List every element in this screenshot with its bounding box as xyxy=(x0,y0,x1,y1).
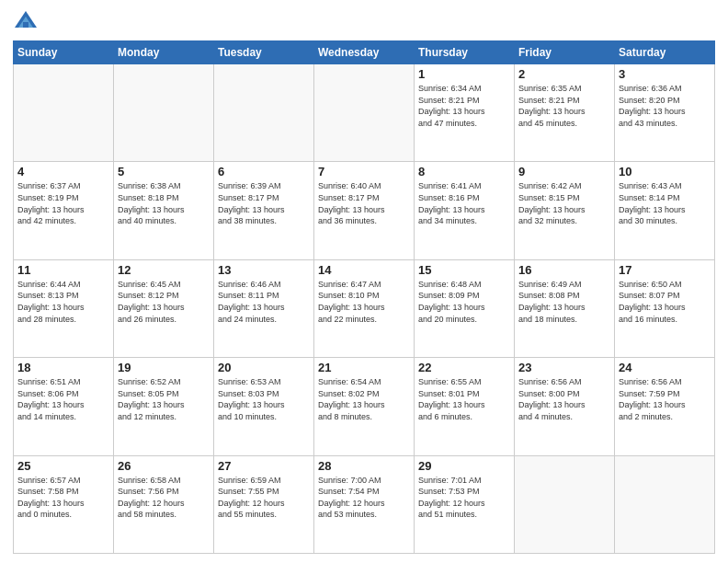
calendar-cell: 20Sunrise: 6:53 AM Sunset: 8:03 PM Dayli… xyxy=(214,358,314,455)
day-number: 19 xyxy=(118,361,210,374)
calendar-table: SundayMondayTuesdayWednesdayThursdayFrid… xyxy=(13,40,715,554)
day-info: Sunrise: 6:50 AM Sunset: 8:07 PM Dayligh… xyxy=(619,279,711,325)
day-info: Sunrise: 7:01 AM Sunset: 7:53 PM Dayligh… xyxy=(418,475,510,521)
day-number: 28 xyxy=(318,459,410,473)
weekday-header-sunday: Sunday xyxy=(14,41,114,64)
day-number: 4 xyxy=(17,165,109,178)
page: SundayMondayTuesdayWednesdayThursdayFrid… xyxy=(0,0,728,563)
day-info: Sunrise: 6:59 AM Sunset: 7:55 PM Dayligh… xyxy=(218,475,310,521)
calendar-cell: 3Sunrise: 6:36 AM Sunset: 8:20 PM Daylig… xyxy=(615,64,715,162)
calendar-cell: 29Sunrise: 7:01 AM Sunset: 7:53 PM Dayli… xyxy=(415,455,515,553)
logo xyxy=(13,9,42,35)
day-info: Sunrise: 6:49 AM Sunset: 8:08 PM Dayligh… xyxy=(518,279,610,325)
day-info: Sunrise: 6:48 AM Sunset: 8:09 PM Dayligh… xyxy=(418,279,510,325)
calendar-cell: 24Sunrise: 6:56 AM Sunset: 7:59 PM Dayli… xyxy=(615,358,715,455)
calendar-cell: 14Sunrise: 6:47 AM Sunset: 8:10 PM Dayli… xyxy=(314,259,415,357)
calendar-cell xyxy=(314,64,415,162)
day-info: Sunrise: 6:36 AM Sunset: 8:20 PM Dayligh… xyxy=(619,83,711,129)
day-info: Sunrise: 6:37 AM Sunset: 8:19 PM Dayligh… xyxy=(17,180,109,226)
calendar-cell: 6Sunrise: 6:39 AM Sunset: 8:17 PM Daylig… xyxy=(214,162,314,259)
week-row-1: 4Sunrise: 6:37 AM Sunset: 8:19 PM Daylig… xyxy=(14,162,715,259)
weekday-header-row: SundayMondayTuesdayWednesdayThursdayFrid… xyxy=(14,41,715,64)
day-number: 7 xyxy=(318,165,410,178)
week-row-0: 1Sunrise: 6:34 AM Sunset: 8:21 PM Daylig… xyxy=(14,64,715,162)
day-number: 23 xyxy=(518,361,610,374)
calendar-cell: 19Sunrise: 6:52 AM Sunset: 8:05 PM Dayli… xyxy=(114,358,214,455)
weekday-header-friday: Friday xyxy=(515,41,615,64)
day-number: 24 xyxy=(619,361,711,374)
day-info: Sunrise: 6:55 AM Sunset: 8:01 PM Dayligh… xyxy=(418,376,510,422)
week-row-4: 25Sunrise: 6:57 AM Sunset: 7:58 PM Dayli… xyxy=(14,455,715,553)
day-info: Sunrise: 6:42 AM Sunset: 8:15 PM Dayligh… xyxy=(518,180,610,226)
day-info: Sunrise: 6:54 AM Sunset: 8:02 PM Dayligh… xyxy=(318,376,410,422)
day-info: Sunrise: 6:38 AM Sunset: 8:18 PM Dayligh… xyxy=(118,180,210,226)
day-info: Sunrise: 6:39 AM Sunset: 8:17 PM Dayligh… xyxy=(218,180,310,226)
day-number: 2 xyxy=(518,67,610,81)
day-number: 17 xyxy=(619,263,711,277)
calendar-cell xyxy=(114,64,214,162)
calendar-cell: 10Sunrise: 6:43 AM Sunset: 8:14 PM Dayli… xyxy=(615,162,715,259)
calendar-cell: 25Sunrise: 6:57 AM Sunset: 7:58 PM Dayli… xyxy=(14,455,114,553)
calendar-cell xyxy=(214,64,314,162)
day-number: 14 xyxy=(318,263,410,277)
day-number: 27 xyxy=(218,459,310,473)
day-info: Sunrise: 6:52 AM Sunset: 8:05 PM Dayligh… xyxy=(118,376,210,422)
day-number: 25 xyxy=(17,459,109,473)
day-number: 12 xyxy=(118,263,210,277)
calendar-cell: 5Sunrise: 6:38 AM Sunset: 8:18 PM Daylig… xyxy=(114,162,214,259)
day-info: Sunrise: 6:57 AM Sunset: 7:58 PM Dayligh… xyxy=(17,475,109,521)
calendar-cell xyxy=(515,455,615,553)
day-number: 11 xyxy=(17,263,109,277)
day-info: Sunrise: 6:45 AM Sunset: 8:12 PM Dayligh… xyxy=(118,279,210,325)
calendar-cell: 16Sunrise: 6:49 AM Sunset: 8:08 PM Dayli… xyxy=(515,259,615,357)
day-info: Sunrise: 6:46 AM Sunset: 8:11 PM Dayligh… xyxy=(218,279,310,325)
day-info: Sunrise: 6:47 AM Sunset: 8:10 PM Dayligh… xyxy=(318,279,410,325)
calendar-cell xyxy=(615,455,715,553)
day-number: 18 xyxy=(17,361,109,374)
calendar-cell xyxy=(14,64,114,162)
calendar-cell: 28Sunrise: 7:00 AM Sunset: 7:54 PM Dayli… xyxy=(314,455,415,553)
week-row-3: 18Sunrise: 6:51 AM Sunset: 8:06 PM Dayli… xyxy=(14,358,715,455)
calendar-cell: 17Sunrise: 6:50 AM Sunset: 8:07 PM Dayli… xyxy=(615,259,715,357)
day-info: Sunrise: 7:00 AM Sunset: 7:54 PM Dayligh… xyxy=(318,475,410,521)
day-number: 13 xyxy=(218,263,310,277)
calendar-cell: 18Sunrise: 6:51 AM Sunset: 8:06 PM Dayli… xyxy=(14,358,114,455)
day-number: 26 xyxy=(118,459,210,473)
calendar-cell: 22Sunrise: 6:55 AM Sunset: 8:01 PM Dayli… xyxy=(415,358,515,455)
weekday-header-tuesday: Tuesday xyxy=(214,41,314,64)
weekday-header-wednesday: Wednesday xyxy=(314,41,415,64)
day-number: 1 xyxy=(418,67,510,81)
calendar-cell: 7Sunrise: 6:40 AM Sunset: 8:17 PM Daylig… xyxy=(314,162,415,259)
calendar-cell: 27Sunrise: 6:59 AM Sunset: 7:55 PM Dayli… xyxy=(214,455,314,553)
header xyxy=(13,9,715,35)
day-number: 22 xyxy=(418,361,510,374)
day-number: 10 xyxy=(619,165,711,178)
day-number: 9 xyxy=(518,165,610,178)
day-info: Sunrise: 6:51 AM Sunset: 8:06 PM Dayligh… xyxy=(17,376,109,422)
day-number: 6 xyxy=(218,165,310,178)
week-row-2: 11Sunrise: 6:44 AM Sunset: 8:13 PM Dayli… xyxy=(14,259,715,357)
svg-rect-2 xyxy=(23,22,28,28)
day-number: 16 xyxy=(518,263,610,277)
day-number: 15 xyxy=(418,263,510,277)
day-info: Sunrise: 6:44 AM Sunset: 8:13 PM Dayligh… xyxy=(17,279,109,325)
day-number: 5 xyxy=(118,165,210,178)
calendar-cell: 26Sunrise: 6:58 AM Sunset: 7:56 PM Dayli… xyxy=(114,455,214,553)
calendar-cell: 8Sunrise: 6:41 AM Sunset: 8:16 PM Daylig… xyxy=(415,162,515,259)
calendar-cell: 15Sunrise: 6:48 AM Sunset: 8:09 PM Dayli… xyxy=(415,259,515,357)
day-number: 20 xyxy=(218,361,310,374)
logo-icon xyxy=(13,9,39,35)
day-info: Sunrise: 6:58 AM Sunset: 7:56 PM Dayligh… xyxy=(118,475,210,521)
day-info: Sunrise: 6:53 AM Sunset: 8:03 PM Dayligh… xyxy=(218,376,310,422)
day-number: 8 xyxy=(418,165,510,178)
calendar-cell: 4Sunrise: 6:37 AM Sunset: 8:19 PM Daylig… xyxy=(14,162,114,259)
day-number: 21 xyxy=(318,361,410,374)
day-info: Sunrise: 6:41 AM Sunset: 8:16 PM Dayligh… xyxy=(418,180,510,226)
calendar-cell: 21Sunrise: 6:54 AM Sunset: 8:02 PM Dayli… xyxy=(314,358,415,455)
calendar-cell: 11Sunrise: 6:44 AM Sunset: 8:13 PM Dayli… xyxy=(14,259,114,357)
calendar-cell: 23Sunrise: 6:56 AM Sunset: 8:00 PM Dayli… xyxy=(515,358,615,455)
weekday-header-thursday: Thursday xyxy=(415,41,515,64)
calendar-cell: 13Sunrise: 6:46 AM Sunset: 8:11 PM Dayli… xyxy=(214,259,314,357)
weekday-header-saturday: Saturday xyxy=(615,41,715,64)
day-info: Sunrise: 6:56 AM Sunset: 7:59 PM Dayligh… xyxy=(619,376,711,422)
